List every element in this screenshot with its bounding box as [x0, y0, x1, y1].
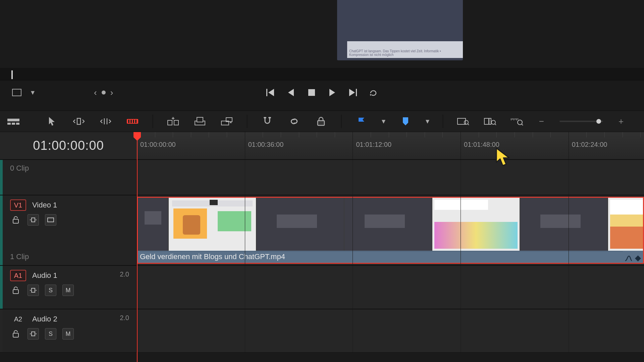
svg-rect-31	[32, 332, 35, 336]
clip-thumbnail	[169, 198, 256, 251]
source-preview-panel[interactable]: ChatGPT ist langsam. Das Tippen kostet v…	[337, 0, 463, 60]
ruler-tick-minor	[299, 132, 299, 137]
track-tag-a2[interactable]: A2	[10, 313, 26, 325]
playhead[interactable]	[137, 132, 138, 362]
track-tag-a1[interactable]: A1	[10, 270, 26, 281]
track-accent-bar	[0, 309, 3, 352]
blade-tool-icon[interactable]	[126, 115, 139, 128]
timeline-view-options-icon[interactable]	[7, 115, 20, 128]
next-edit-button[interactable]: ›	[110, 87, 113, 98]
svg-rect-4	[16, 123, 19, 125]
marker-icon[interactable]	[399, 115, 412, 128]
insert-clip-icon[interactable]	[166, 115, 180, 128]
ruler-tick-minor	[155, 132, 155, 137]
svg-rect-8	[130, 120, 132, 123]
clip-keyframe-icon[interactable]	[635, 255, 641, 261]
ruler-tick-major	[353, 132, 353, 159]
track-accent-bar	[0, 195, 3, 265]
channel-format-label: 2.0	[120, 314, 129, 322]
snap-toggle-icon[interactable]	[261, 115, 274, 128]
timecode-display[interactable]: 01:00:00:00	[0, 132, 137, 159]
track-lock-icon[interactable]	[10, 214, 21, 226]
svg-rect-25	[13, 219, 18, 223]
video-track-head[interactable]: V1 Video 1 1 Clip	[3, 195, 137, 265]
current-edit-indicator	[102, 90, 106, 95]
track-lock-icon[interactable]	[10, 328, 21, 340]
ruler-tick-label: 01:00:00:00	[140, 141, 176, 148]
jump-end-button[interactable]	[348, 88, 358, 97]
audio1-clip-area[interactable]	[137, 266, 644, 309]
track-lock-icon[interactable]	[10, 285, 21, 296]
ruler-tick-label: 01:01:48:00	[464, 141, 499, 148]
viewer-scrub-bar[interactable]	[0, 68, 644, 80]
clip-thumbnail	[432, 198, 520, 251]
svg-rect-11	[168, 120, 172, 125]
audio2-clip-area[interactable]	[137, 309, 644, 352]
clip-thumbnail	[344, 198, 432, 251]
clip-thumbnail	[138, 198, 168, 251]
trim-tool-icon[interactable]	[72, 115, 86, 128]
stop-button[interactable]	[307, 88, 316, 97]
ruler-tick-major	[569, 132, 569, 159]
dynamic-trim-tool-icon[interactable]	[99, 115, 112, 128]
zoom-in-button[interactable]: +	[616, 116, 626, 127]
overwrite-clip-icon[interactable]	[193, 115, 207, 128]
flag-dropdown-icon[interactable]: ▾	[382, 117, 385, 126]
ruler-tick-minor	[496, 132, 497, 137]
mute-button[interactable]: M	[62, 328, 74, 340]
custom-zoom-icon[interactable]	[510, 115, 524, 128]
track-tag-v1[interactable]: V1	[10, 199, 26, 211]
ruler-tick-minor	[371, 132, 371, 137]
step-back-button[interactable]	[286, 88, 296, 97]
ruler-tick-minor	[515, 132, 515, 137]
ruler-tick-minor	[623, 132, 623, 137]
ruler-tick-minor	[209, 132, 209, 137]
ruler-tick-minor	[281, 132, 281, 137]
replace-clip-icon[interactable]	[220, 115, 233, 128]
selection-tool-icon[interactable]	[45, 115, 59, 128]
marker-dropdown-icon[interactable]: ▾	[426, 117, 429, 126]
play-button[interactable]	[328, 88, 337, 97]
ruler-tick-label: 01:01:12:00	[356, 141, 391, 148]
video-track-clip-area[interactable]: Geld verdienen mit Blogs und ChatGPT.mp4	[137, 195, 644, 265]
ruler-tick-minor	[442, 132, 443, 137]
audio-track-a1: 2.0 A1 Audio 1 S M	[0, 265, 644, 309]
match-frame-icon[interactable]	[10, 86, 23, 99]
channel-format-label: 2.0	[120, 270, 129, 278]
video-bus-head[interactable]: 0 Clip	[3, 160, 137, 195]
mute-button[interactable]: M	[62, 285, 74, 296]
svg-rect-14	[197, 117, 203, 122]
match-frame-dropdown-icon[interactable]: ▾	[31, 88, 35, 97]
ruler-tick-label: 01:00:36:00	[248, 141, 284, 148]
timeline-ruler[interactable]: 01:00:00:0001:00:36:0001:01:12:0001:01:4…	[137, 132, 644, 159]
ruler-tick-major	[461, 132, 461, 159]
track-enable-icon[interactable]	[45, 214, 56, 226]
audio-track-head-a1[interactable]: 2.0 A1 Audio 1 S M	[3, 266, 137, 309]
auto-select-icon[interactable]	[28, 328, 39, 340]
detail-zoom-icon[interactable]	[483, 115, 497, 128]
zoom-slider[interactable]	[559, 121, 603, 122]
clip-thumbnail	[257, 198, 344, 251]
audio-track-head-a2[interactable]: 2.0 A2 Audio 2 S M	[3, 309, 137, 352]
ruler-tick-minor	[263, 132, 263, 137]
linked-selection-icon[interactable]	[287, 115, 301, 128]
position-lock-icon[interactable]	[314, 115, 328, 128]
zoom-slider-handle[interactable]	[596, 119, 601, 124]
zoom-out-button[interactable]: −	[537, 116, 546, 127]
auto-select-icon[interactable]	[28, 285, 39, 296]
auto-select-icon[interactable]	[28, 214, 39, 226]
video-clip[interactable]: Geld verdienen mit Blogs und ChatGPT.mp4	[137, 197, 644, 264]
video-bus-clip-area[interactable]	[137, 160, 644, 195]
clip-thumbnail	[520, 198, 607, 251]
svg-rect-10	[135, 120, 137, 123]
svg-rect-12	[174, 120, 178, 125]
solo-button[interactable]: S	[45, 328, 56, 340]
prev-edit-button[interactable]: ‹	[94, 87, 97, 98]
viewer-scrub-head[interactable]	[11, 70, 13, 79]
full-extent-zoom-icon[interactable]	[457, 115, 470, 128]
loop-button[interactable]	[369, 88, 379, 97]
flag-icon[interactable]	[355, 115, 368, 128]
solo-button[interactable]: S	[45, 285, 56, 296]
clip-curve-icon[interactable]	[625, 255, 632, 261]
jump-start-button[interactable]	[265, 88, 275, 97]
